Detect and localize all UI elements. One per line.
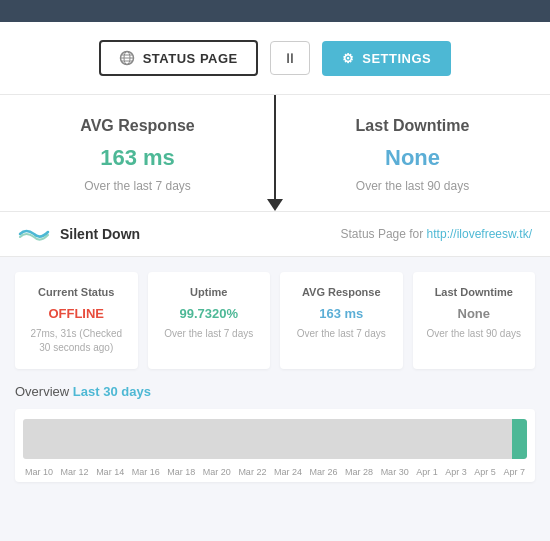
card-0: Current Status OFFLINE 27ms, 31s (Checke… — [15, 272, 138, 369]
pause-icon: ⏸ — [283, 50, 297, 66]
overview-days: Last 30 days — [73, 384, 151, 399]
chart-label-0: Mar 10 — [25, 467, 53, 477]
avg-response-label: AVG Response — [20, 117, 255, 135]
chart-bar-area — [23, 419, 527, 459]
brand-right: Status Page for http://ilovefreesw.tk/ — [341, 227, 532, 241]
last-downtime-value: None — [295, 145, 530, 171]
brand-link[interactable]: http://ilovefreesw.tk/ — [427, 227, 532, 241]
status-page-button[interactable]: STATUS PAGE — [99, 40, 258, 76]
card-value-0: OFFLINE — [25, 306, 128, 321]
card-label-2: AVG Response — [290, 286, 393, 298]
card-value-1: 99.7320% — [158, 306, 261, 321]
chart-label-14: Apr 7 — [503, 467, 525, 477]
card-label-1: Uptime — [158, 286, 261, 298]
main-content: Current Status OFFLINE 27ms, 31s (Checke… — [0, 257, 550, 497]
chart-label-6: Mar 22 — [238, 467, 266, 477]
brand-logo-icon — [18, 224, 50, 244]
settings-button[interactable]: ⚙ SETTINGS — [322, 41, 452, 76]
avg-response-value: 163 ms — [20, 145, 255, 171]
globe-icon — [119, 50, 135, 66]
chart-label-7: Mar 24 — [274, 467, 302, 477]
chart-labels: Mar 10Mar 12Mar 14Mar 16Mar 18Mar 20Mar … — [23, 467, 527, 477]
card-sub-0: 27ms, 31s (Checked 30 seconds ago) — [25, 327, 128, 355]
chart-label-4: Mar 18 — [167, 467, 195, 477]
overview-header: Overview Last 30 days — [15, 384, 535, 399]
status-page-text: Status Page — [341, 227, 406, 241]
card-value-3: None — [423, 306, 526, 321]
chart-label-11: Apr 1 — [416, 467, 438, 477]
card-label-3: Last Downtime — [423, 286, 526, 298]
gear-icon: ⚙ — [342, 51, 355, 66]
settings-label: SETTINGS — [362, 51, 431, 66]
card-sub-2: Over the last 7 days — [290, 327, 393, 341]
pause-button[interactable]: ⏸ — [270, 41, 310, 75]
chart-label-5: Mar 20 — [203, 467, 231, 477]
chart-label-8: Mar 26 — [310, 467, 338, 477]
status-page-label: STATUS PAGE — [143, 51, 238, 66]
chart-green-segment — [512, 419, 527, 459]
card-2: AVG Response 163 ms Over the last 7 days — [280, 272, 403, 369]
chart-label-12: Apr 3 — [445, 467, 467, 477]
top-bar — [0, 0, 550, 22]
card-3: Last Downtime None Over the last 90 days — [413, 272, 536, 369]
card-1: Uptime 99.7320% Over the last 7 days — [148, 272, 271, 369]
chart-label-10: Mar 30 — [381, 467, 409, 477]
overview-label: Overview — [15, 384, 69, 399]
last-downtime-stat: Last Downtime None Over the last 90 days — [275, 95, 550, 211]
cards-row: Current Status OFFLINE 27ms, 31s (Checke… — [15, 272, 535, 369]
avg-response-stat: AVG Response 163 ms Over the last 7 days — [0, 95, 275, 211]
for-text: for — [409, 227, 426, 241]
brand-name: Silent Down — [60, 226, 140, 242]
chart-container: Mar 10Mar 12Mar 14Mar 16Mar 18Mar 20Mar … — [15, 409, 535, 482]
brand-bar: Silent Down Status Page for http://ilove… — [0, 212, 550, 257]
last-downtime-sub: Over the last 90 days — [295, 179, 530, 193]
card-sub-3: Over the last 90 days — [423, 327, 526, 341]
chart-label-3: Mar 16 — [132, 467, 160, 477]
card-label-0: Current Status — [25, 286, 128, 298]
chart-label-1: Mar 12 — [61, 467, 89, 477]
header-section: STATUS PAGE ⏸ ⚙ SETTINGS — [0, 22, 550, 95]
avg-response-sub: Over the last 7 days — [20, 179, 255, 193]
last-downtime-label: Last Downtime — [295, 117, 530, 135]
chart-label-9: Mar 28 — [345, 467, 373, 477]
stats-section: AVG Response 163 ms Over the last 7 days… — [0, 95, 550, 212]
card-sub-1: Over the last 7 days — [158, 327, 261, 341]
card-value-2: 163 ms — [290, 306, 393, 321]
chart-label-2: Mar 14 — [96, 467, 124, 477]
brand-left: Silent Down — [18, 224, 140, 244]
chart-label-13: Apr 5 — [474, 467, 496, 477]
